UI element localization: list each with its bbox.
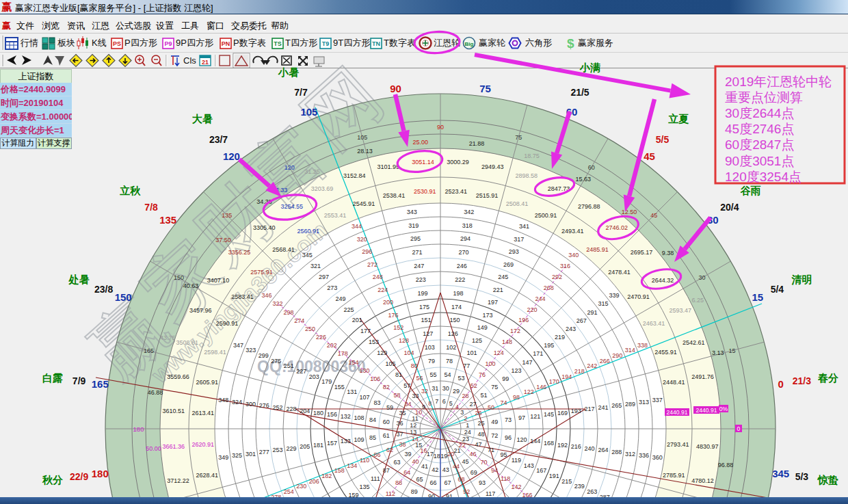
- svg-text:Big: Big: [465, 41, 474, 47]
- svg-text:32: 32: [421, 388, 428, 395]
- svg-text:24: 24: [464, 429, 471, 436]
- svg-text:31: 31: [432, 385, 438, 392]
- svg-text:0%: 0%: [719, 406, 728, 412]
- svg-text:244: 244: [535, 295, 546, 302]
- svg-text:2575.91: 2575.91: [250, 269, 273, 276]
- svg-text:97: 97: [518, 414, 525, 421]
- svg-text:203: 203: [309, 373, 319, 380]
- svg-text:180: 180: [92, 468, 109, 479]
- svg-text:273: 273: [327, 284, 337, 291]
- svg-text:73: 73: [505, 416, 512, 423]
- svg-text:105: 105: [385, 360, 395, 367]
- svg-text:9P四方形: 9P四方形: [176, 38, 213, 48]
- svg-text:221: 221: [493, 287, 503, 293]
- svg-text:171: 171: [533, 350, 543, 357]
- svg-text:31.25: 31.25: [304, 168, 320, 175]
- svg-text:105: 105: [300, 106, 317, 118]
- svg-text:297: 297: [319, 274, 329, 280]
- svg-text:315: 315: [598, 300, 608, 307]
- svg-text:250: 250: [305, 326, 315, 332]
- svg-text:3305.40: 3305.40: [253, 224, 276, 231]
- svg-text:219: 219: [555, 334, 565, 341]
- svg-text:春分: 春分: [817, 372, 838, 384]
- svg-text:201: 201: [352, 317, 362, 323]
- svg-text:226: 226: [316, 334, 326, 341]
- svg-text:19: 19: [440, 453, 447, 460]
- svg-text:151: 151: [421, 317, 432, 323]
- svg-text:122: 122: [524, 388, 534, 395]
- svg-text:处暑: 处暑: [68, 274, 90, 285]
- svg-text:197: 197: [488, 299, 498, 306]
- svg-text:241: 241: [598, 404, 608, 411]
- svg-text:2785.91: 2785.91: [663, 472, 685, 479]
- svg-text:101: 101: [466, 349, 477, 356]
- svg-text:343: 343: [407, 209, 417, 215]
- svg-text:2898.58: 2898.58: [515, 172, 538, 179]
- svg-text:155: 155: [334, 384, 345, 390]
- svg-text:18.75: 18.75: [524, 152, 540, 159]
- svg-text:196: 196: [518, 317, 529, 323]
- svg-text:324: 324: [232, 399, 242, 406]
- svg-text:2530.91: 2530.91: [414, 188, 436, 195]
- svg-text:217: 217: [585, 406, 595, 412]
- svg-text:119: 119: [512, 457, 521, 464]
- svg-text:275: 275: [271, 358, 281, 364]
- svg-text:11: 11: [412, 415, 418, 422]
- svg-text:131: 131: [347, 388, 357, 395]
- svg-text:30: 30: [442, 385, 449, 392]
- svg-text:205: 205: [300, 443, 310, 450]
- svg-text:8: 8: [428, 400, 432, 407]
- svg-text:100: 100: [486, 360, 496, 367]
- svg-text:106: 106: [370, 375, 380, 382]
- svg-text:109: 109: [354, 436, 364, 443]
- svg-text:314: 314: [625, 347, 635, 354]
- svg-text:227: 227: [296, 368, 306, 375]
- svg-text:0: 0: [778, 378, 784, 390]
- svg-text:39: 39: [404, 451, 411, 457]
- svg-text:277: 277: [259, 449, 269, 455]
- svg-text:102: 102: [446, 344, 456, 351]
- svg-text:66: 66: [430, 479, 437, 486]
- svg-text:2542.61: 2542.61: [683, 339, 705, 346]
- svg-text:3356.25: 3356.25: [228, 249, 251, 256]
- svg-text:21/3: 21/3: [793, 375, 811, 386]
- svg-text:3508.81: 3508.81: [176, 339, 199, 346]
- svg-text:349: 349: [218, 454, 228, 461]
- svg-text:345: 345: [302, 252, 313, 258]
- svg-text:276: 276: [259, 402, 269, 409]
- svg-text:重要点位测算: 重要点位测算: [725, 90, 803, 105]
- svg-text:242: 242: [587, 362, 597, 369]
- svg-text:77: 77: [463, 362, 470, 369]
- svg-text:3610.51: 3610.51: [163, 408, 185, 414]
- svg-text:29: 29: [453, 388, 460, 395]
- svg-text:170: 170: [549, 378, 559, 385]
- svg-text:大暑: 大暑: [192, 113, 213, 124]
- svg-text:7/9: 7/9: [72, 375, 86, 386]
- svg-text:25.00: 25.00: [412, 139, 428, 146]
- svg-text:215: 215: [561, 478, 572, 485]
- svg-text:132: 132: [341, 413, 351, 420]
- svg-text:263: 263: [587, 488, 597, 495]
- svg-text:TS: TS: [274, 40, 282, 47]
- svg-text:3254.55: 3254.55: [281, 203, 304, 210]
- svg-text:45度2746点: 45度2746点: [725, 122, 794, 136]
- svg-text:145: 145: [544, 411, 554, 418]
- svg-text:120度3254点: 120度3254点: [725, 170, 801, 184]
- svg-text:赢家轮: 赢家轮: [479, 38, 505, 48]
- svg-text:2538.41: 2538.41: [383, 192, 406, 199]
- svg-text:90: 90: [437, 124, 444, 131]
- svg-text:2493.41: 2493.41: [561, 228, 584, 235]
- svg-text:120: 120: [516, 436, 527, 443]
- svg-text:133: 133: [341, 438, 351, 445]
- svg-text:49: 49: [491, 419, 498, 425]
- svg-text:79: 79: [428, 358, 435, 364]
- svg-text:30: 30: [698, 274, 705, 281]
- svg-text:147: 147: [522, 359, 532, 366]
- svg-text:150: 150: [115, 291, 132, 303]
- svg-text:3559.66: 3559.66: [167, 373, 189, 380]
- svg-text:143: 143: [524, 462, 534, 469]
- svg-text:2463.41: 2463.41: [643, 320, 665, 327]
- svg-text:180: 180: [133, 425, 144, 433]
- svg-text:2605.91: 2605.91: [196, 379, 218, 386]
- svg-text:清明: 清明: [791, 274, 812, 285]
